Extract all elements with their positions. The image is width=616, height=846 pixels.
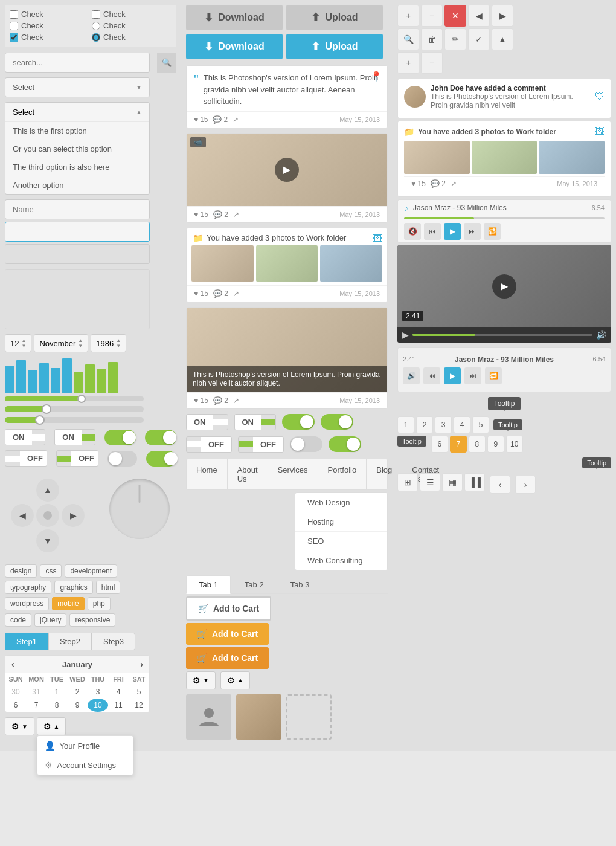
- bar-3[interactable]: [28, 370, 37, 393]
- day-down-arrow[interactable]: ▼: [21, 343, 26, 349]
- toolbar-check-button[interactable]: ✓: [468, 28, 490, 50]
- day-up-arrow[interactable]: ▲: [21, 338, 26, 343]
- cal-day-4[interactable]: 4: [108, 685, 129, 699]
- toggle-green-1[interactable]: [82, 434, 95, 441]
- view-grid-button[interactable]: ⊞: [397, 473, 418, 491]
- toggle-blank-1[interactable]: [213, 419, 228, 425]
- play-button-music[interactable]: ▶: [444, 223, 461, 240]
- toolbar-up-button[interactable]: ▲: [492, 28, 513, 50]
- view-next-button[interactable]: ›: [515, 476, 536, 494]
- bar-10[interactable]: [108, 362, 118, 393]
- comment-action-3[interactable]: 💬 2: [213, 289, 228, 298]
- add-to-cart-button-3[interactable]: 🛒 Add to Cart: [186, 647, 269, 669]
- arrow-down-button[interactable]: ▼: [36, 529, 59, 552]
- gear-button-4[interactable]: ⚙ ▲: [220, 671, 250, 689]
- toggle-box-on-1[interactable]: ON: [5, 429, 45, 445]
- gear-menu-profile[interactable]: 👤 Your Profile: [37, 736, 133, 755]
- page-btn-5[interactable]: 5: [472, 416, 489, 433]
- calendar-next-button[interactable]: ›: [140, 659, 143, 669]
- comment-action-notif[interactable]: 💬 2: [431, 179, 446, 188]
- view-prev-button[interactable]: ‹: [490, 476, 510, 494]
- nav-web-design[interactable]: Web Design: [295, 493, 387, 512]
- toggle-pill-on-3[interactable]: [146, 451, 176, 467]
- comment-action-1[interactable]: 💬 2: [213, 115, 228, 124]
- dropdown-option-3[interactable]: The third option is also here: [5, 158, 149, 176]
- search-submit-button[interactable]: 🔍: [157, 53, 176, 73]
- radio-item[interactable]: Check: [92, 21, 172, 30]
- checkbox-4[interactable]: [10, 33, 18, 42]
- add-to-cart-button-1[interactable]: 🛒 Add to Cart: [186, 596, 271, 621]
- cal-day-10[interactable]: 10: [88, 699, 108, 712]
- like-action-notif[interactable]: ♥ 15: [411, 179, 426, 188]
- tab-2[interactable]: Tab 2: [232, 575, 277, 593]
- toolbar-back-button[interactable]: ◀: [468, 5, 490, 27]
- video-play-icon[interactable]: ▶: [492, 274, 516, 299]
- page-btn-9[interactable]: 9: [487, 436, 504, 453]
- gear-button-2[interactable]: ⚙ ▲: [37, 717, 66, 735]
- checkbox-item[interactable]: Check: [10, 21, 89, 30]
- toggle-box-on-2[interactable]: ON: [54, 429, 95, 445]
- share-action-notif[interactable]: ↗: [451, 179, 457, 188]
- tab-1[interactable]: Tab 1: [186, 575, 231, 594]
- upload-button-1[interactable]: ⬆ Upload: [286, 5, 383, 30]
- cal-day-31[interactable]: 31: [26, 685, 47, 699]
- cal-day-3[interactable]: 3: [88, 685, 108, 699]
- like-action-3[interactable]: ♥ 15: [194, 289, 208, 298]
- view-columns-button[interactable]: ▦: [442, 473, 463, 491]
- toolbar-plus-button[interactable]: +: [397, 5, 419, 27]
- tag-wordpress[interactable]: wordpress: [5, 597, 49, 610]
- nav-services[interactable]: Services: [268, 459, 318, 489]
- toggle-on-box-1[interactable]: ON: [186, 414, 228, 430]
- cal-day-30[interactable]: 30: [5, 685, 26, 699]
- toggle-box-off-1[interactable]: OFF: [5, 450, 47, 467]
- share-action-4[interactable]: ↗: [233, 396, 239, 405]
- active-input[interactable]: Active: [5, 222, 150, 242]
- checkbox-1[interactable]: [10, 10, 18, 19]
- name-input[interactable]: [5, 199, 150, 219]
- toolbar-close-button[interactable]: ✕: [444, 5, 466, 27]
- nav-portfolio[interactable]: Portfolio: [318, 459, 367, 489]
- tag-typography[interactable]: typography: [5, 581, 51, 594]
- repeat-button[interactable]: 🔁: [484, 223, 501, 240]
- toolbar-sub-button[interactable]: −: [421, 52, 443, 74]
- page-btn-10[interactable]: 10: [506, 436, 523, 453]
- add-to-cart-button-2[interactable]: 🛒 Add to Cart: [186, 623, 269, 645]
- bar-1[interactable]: [5, 366, 14, 393]
- toggle-off-box-2[interactable]: OFF: [238, 436, 284, 453]
- tag-design[interactable]: design: [5, 564, 37, 578]
- download-button-1[interactable]: ⬇ Download: [186, 5, 283, 30]
- view-list-button[interactable]: ☰: [420, 473, 440, 491]
- cal-day-7[interactable]: 7: [26, 699, 47, 712]
- toolbar-edit-button[interactable]: ✏: [444, 28, 466, 50]
- fast-forward-button[interactable]: ⏭: [464, 223, 481, 240]
- toggle-on-green[interactable]: [261, 419, 275, 425]
- toggle-pill-on-4[interactable]: [282, 414, 315, 430]
- checkbox-3[interactable]: [10, 22, 18, 30]
- gear-button-3[interactable]: ⚙ ▼: [186, 671, 216, 689]
- bar-8[interactable]: [85, 364, 95, 393]
- share-action-2[interactable]: ↗: [233, 210, 239, 219]
- nav-home[interactable]: Home: [187, 459, 228, 489]
- nav-hosting[interactable]: Hosting: [295, 512, 387, 532]
- year-select[interactable]: 1986 ▲ ▼: [91, 334, 126, 352]
- step-3[interactable]: Step3: [92, 633, 135, 650]
- page-btn-7[interactable]: 7: [450, 436, 467, 453]
- month-arrows[interactable]: ▲ ▼: [78, 338, 83, 349]
- view-bars-button[interactable]: ▐▐: [464, 473, 485, 491]
- cal-day-2[interactable]: 2: [67, 685, 88, 699]
- slider-1-thumb[interactable]: [42, 404, 51, 414]
- dropdown-option-2[interactable]: Or you can select this option: [5, 140, 149, 158]
- page-btn-8[interactable]: 8: [469, 436, 486, 453]
- bar-5[interactable]: [51, 368, 60, 393]
- comment-action-4[interactable]: 💬 2: [213, 396, 228, 405]
- slider-2-thumb[interactable]: [35, 415, 45, 425]
- cal-day-5[interactable]: 5: [129, 685, 149, 699]
- video-volume-ctrl[interactable]: 🔊: [596, 330, 606, 340]
- checkbox-item-checked[interactable]: Check: [10, 33, 89, 42]
- music-lg-rewind[interactable]: ⏮: [423, 367, 440, 384]
- cal-day-11[interactable]: 11: [108, 699, 129, 712]
- like-action-1[interactable]: ♥ 15: [194, 115, 208, 124]
- dropdown-option-4[interactable]: Another option: [5, 176, 149, 194]
- nav-seo[interactable]: SEO: [295, 532, 387, 551]
- page-btn-3[interactable]: 3: [435, 416, 452, 433]
